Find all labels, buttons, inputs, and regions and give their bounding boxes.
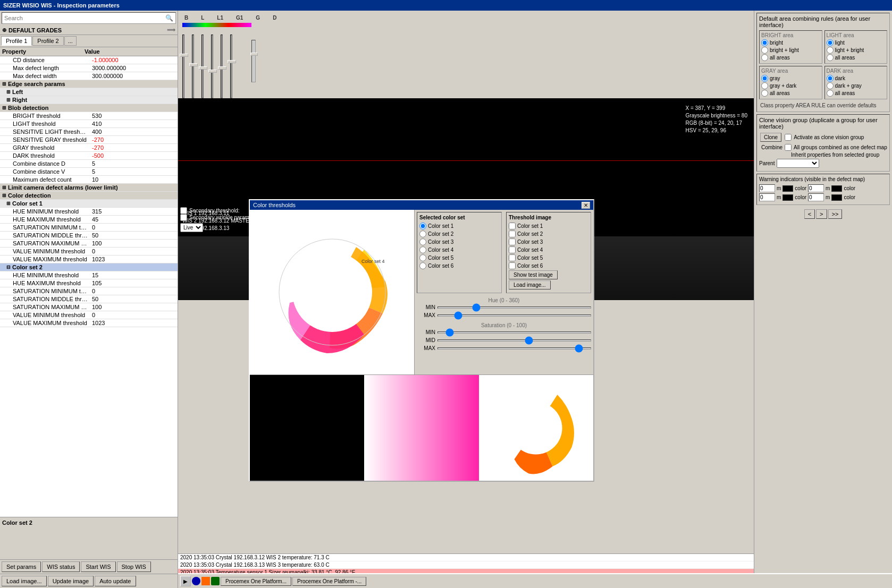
v-slider-d-thumb[interactable] <box>228 60 236 63</box>
section-label: Edge search params <box>8 81 65 87</box>
show-test-image-button[interactable]: Show test image <box>509 270 558 279</box>
load-image-button-dialog[interactable]: Load image... <box>509 280 551 289</box>
prop-name: DARK threshold <box>0 152 90 159</box>
sat-min-slider[interactable] <box>437 331 591 334</box>
bright-radio-bright-light[interactable] <box>761 47 768 54</box>
section2-expand[interactable]: ⊞Left <box>0 88 178 96</box>
colorset-radio-1: Color set 1 <box>419 223 499 229</box>
colorset-radio-input-3[interactable] <box>419 238 426 245</box>
stop-wis-button[interactable]: Stop WIS <box>117 561 151 572</box>
taskbar-btn-1[interactable]: Procemex One Platform... <box>221 577 291 586</box>
v-slider-g[interactable] <box>221 29 223 104</box>
v-slider-g1-thumb[interactable] <box>208 70 217 73</box>
prop-name: SATURATION MINIMUM threshold <box>0 287 90 295</box>
warning-input-2[interactable] <box>808 184 824 192</box>
section2-expand[interactable]: ⊞Color set 1 <box>0 200 178 207</box>
table-row: VALUE MINIMUM threshold 0 <box>0 311 178 319</box>
v-slider-b-thumb[interactable] <box>180 54 188 57</box>
gray-radio-all[interactable] <box>761 90 768 97</box>
dark-radio-3: all areas <box>827 90 886 97</box>
thresh-check-input-1[interactable] <box>509 223 516 229</box>
wis-status-button[interactable]: WIS status <box>42 561 80 572</box>
thresh-label-1: Color set 1 <box>517 223 543 229</box>
v-slider-d[interactable] <box>230 29 232 104</box>
colorset-label-1: Color set 1 <box>428 223 453 229</box>
light-radio-light-bright[interactable] <box>827 47 834 54</box>
prop-value: 0 <box>90 311 169 319</box>
section-expand[interactable]: ⊞Color detection <box>0 192 178 199</box>
colorset-radio-input-1[interactable] <box>419 223 426 229</box>
dark-radio-dark-gray[interactable] <box>827 82 834 89</box>
load-image-button[interactable]: Load image... <box>2 576 47 586</box>
light-radio-all[interactable] <box>827 54 834 61</box>
v-slider-g-thumb[interactable] <box>218 66 226 70</box>
light-radio-light[interactable] <box>827 39 834 46</box>
taskbar-icon-1 <box>192 577 200 585</box>
start-wis-button[interactable]: Start WIS <box>81 561 115 572</box>
taskbar-start[interactable]: ▶ <box>180 576 191 586</box>
activate-clone-check[interactable] <box>785 134 792 141</box>
thresh-check-input-5[interactable] <box>509 254 516 261</box>
warning-input-1[interactable] <box>759 184 775 192</box>
bright-area-title: BRIGHT area <box>761 32 820 38</box>
extra-slider[interactable] <box>251 40 279 82</box>
section-expand[interactable]: ⊞Blob detection <box>0 104 178 112</box>
sat-mid-slider[interactable] <box>437 339 591 342</box>
sat-max-label: MAX <box>417 345 435 351</box>
colorset-radio-input-5[interactable] <box>419 254 426 261</box>
thresh-check-input-3[interactable] <box>509 238 516 245</box>
thresh-check-input-2[interactable] <box>509 231 516 237</box>
set-params-button[interactable]: Set params <box>2 561 41 572</box>
taskbar-btn-2[interactable]: Procemex One Platform -... <box>292 577 366 586</box>
gray-radio-gray-dark[interactable] <box>761 82 768 89</box>
section-expand[interactable]: ⊞Edge search params <box>0 80 178 88</box>
bright-radio-bright[interactable] <box>761 39 768 46</box>
table-row: BRIGHT threshold 530 <box>0 112 178 120</box>
profile-tab-dots[interactable]: ... <box>64 36 77 46</box>
colorset-radio-input-6[interactable] <box>419 262 426 269</box>
nav-next-btn[interactable]: > <box>816 209 827 219</box>
v-slider-l-thumb[interactable] <box>189 63 198 66</box>
profile-tab-2[interactable]: Profile 2 <box>32 36 63 46</box>
selected-color-set-title: Selected color set <box>419 215 499 220</box>
bright-radio-all[interactable] <box>761 54 768 61</box>
colorset-radio-input-4[interactable] <box>419 246 426 253</box>
hue-max-slider[interactable] <box>437 314 591 317</box>
search-input[interactable] <box>4 15 165 21</box>
v-slider-d-track <box>230 35 232 98</box>
sat-max-slider[interactable] <box>437 347 591 350</box>
dark-radio-dark[interactable] <box>827 75 834 82</box>
secondary-threshold-check[interactable] <box>180 207 187 214</box>
v-slider-l[interactable] <box>192 29 194 104</box>
colorset-radio-input-2[interactable] <box>419 231 426 237</box>
warning-input-3[interactable] <box>759 193 775 201</box>
v-slider-l1[interactable] <box>201 29 204 104</box>
image-info-overlay: X = 387, Y = 399 Grayscale brightness = … <box>684 103 750 137</box>
dialog-close-button[interactable]: ✕ <box>582 202 590 209</box>
profile-tab-1[interactable]: Profile 1 <box>1 36 32 46</box>
all-groups-check[interactable] <box>785 144 792 151</box>
v-slider-g1[interactable] <box>211 29 213 104</box>
secondary-wrinkle-check[interactable] <box>180 214 187 221</box>
section2-selected-expand[interactable]: ⊟Color set 2 <box>0 263 178 271</box>
live-dropdown[interactable]: Live <box>180 223 203 232</box>
extra-slider-thumb[interactable] <box>250 53 258 56</box>
auto-update-button[interactable]: Auto update <box>95 576 136 586</box>
warning-input-4[interactable] <box>808 193 824 201</box>
thresh-check-input-6[interactable] <box>509 262 516 269</box>
gray-radio-gray[interactable] <box>761 75 768 82</box>
section2-expand[interactable]: ⊞Right <box>0 96 178 104</box>
thresh-check-input-4[interactable] <box>509 246 516 253</box>
hue-min-slider[interactable] <box>437 306 591 309</box>
v-slider-l1-thumb[interactable] <box>199 66 207 70</box>
parent-select[interactable] <box>777 159 819 168</box>
section-expand[interactable]: ⊞Limit camera defect alarms (lower limit… <box>0 184 178 191</box>
thresh-check-3: Color set 3 <box>509 238 588 245</box>
clone-button[interactable]: Clone <box>760 133 781 142</box>
sat-min-row: MIN <box>417 329 591 335</box>
nav-prev-btn[interactable]: < <box>804 209 815 219</box>
nav-last-btn[interactable]: >> <box>828 209 843 219</box>
dark-radio-all[interactable] <box>827 90 834 97</box>
update-image-button[interactable]: Update image <box>48 576 94 586</box>
v-slider-b[interactable] <box>182 29 184 104</box>
